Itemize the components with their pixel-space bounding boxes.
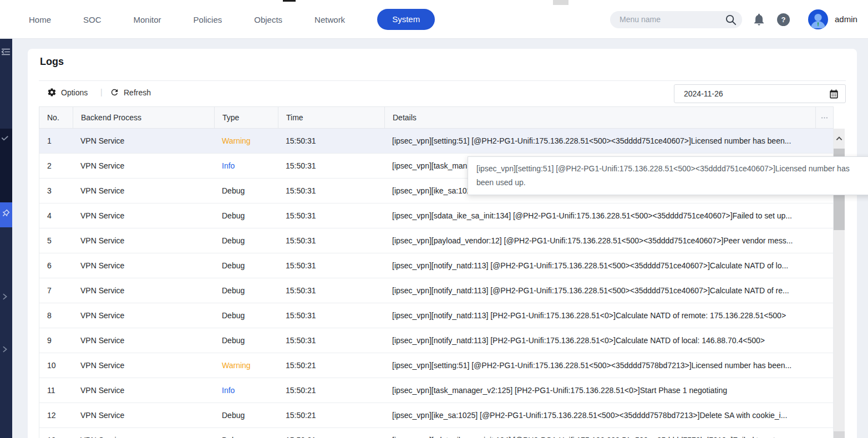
cell-time: 15:50:31: [278, 211, 384, 220]
col-header-details[interactable]: Details: [384, 107, 815, 128]
cell-time: 15:50:21: [278, 361, 384, 370]
refresh-label: Refresh: [124, 88, 151, 97]
screen-artifact: [283, 0, 296, 2]
date-picker[interactable]: 2024-11-26: [674, 84, 846, 103]
cell-details: [ipsec_vpn][task_manager_v2:125] [PH2-PG…: [384, 386, 833, 395]
cell-process: VPN Service: [73, 436, 214, 438]
cell-details: [ipsec_vpn][setting:51] [@PH2-PG1-Unifi:…: [384, 361, 833, 370]
cell-type: Debug: [214, 436, 278, 438]
cell-process: VPN Service: [73, 386, 214, 395]
refresh-button[interactable]: Refresh: [110, 88, 151, 97]
scrollbar-bottom: [834, 431, 845, 438]
cell-details: [ipsec_vpn][sdata_ike_sa_init:134] [@PH2…: [384, 436, 833, 438]
cell-process: VPN Service: [73, 411, 214, 420]
ellipsis-icon: [820, 114, 829, 122]
cell-time: 15:50:31: [278, 311, 384, 320]
calendar-icon[interactable]: [829, 89, 839, 99]
cell-details: [ipsec_vpn][payload_vendor:12] [@PH2-PG1…: [384, 236, 833, 245]
log-row[interactable]: 8 VPN Service Debug 15:50:31 [ipsec_vpn]…: [39, 303, 834, 328]
nav-item-network[interactable]: Network: [314, 15, 345, 24]
cell-no: 9: [39, 336, 73, 345]
sidebar-collapse-icon[interactable]: [1, 47, 11, 57]
log-row[interactable]: 12 VPN Service Debug 15:50:21 [ipsec_vpn…: [39, 403, 834, 428]
col-header-time[interactable]: Time: [278, 107, 384, 128]
col-header-process[interactable]: Backend Process: [73, 107, 214, 128]
log-row[interactable]: 4 VPN Service Debug 15:50:31 [ipsec_vpn]…: [39, 203, 834, 228]
refresh-icon: [110, 88, 119, 97]
cell-process: VPN Service: [73, 161, 214, 170]
cell-type: Debug: [214, 211, 278, 220]
nav-item-policies[interactable]: Policies: [194, 15, 222, 24]
cell-time: 15:50:31: [278, 136, 384, 145]
log-row[interactable]: 13 VPN Service Debug 15:50:21 [ipsec_vpn…: [39, 428, 834, 438]
screen-artifact: [553, 0, 568, 5]
cell-details: [ipsec_vpn][setting:51] [@PH2-PG1-Unifi:…: [384, 136, 833, 145]
col-header-type[interactable]: Type: [214, 107, 278, 128]
log-row[interactable]: 9 VPN Service Debug 15:50:31 [ipsec_vpn]…: [39, 328, 834, 353]
details-tooltip: [ipsec_vpn][setting:51] [@PH2-PG1-Unifi:…: [468, 156, 868, 195]
nav-item-objects[interactable]: Objects: [254, 15, 282, 24]
log-row[interactable]: 6 VPN Service Debug 15:50:31 [ipsec_vpn]…: [39, 253, 834, 278]
cell-no: 6: [39, 261, 73, 270]
notifications-bell-icon[interactable]: [752, 12, 766, 27]
cell-details: [ipsec_vpn][notify_natd:113] [@PH2-PG1-U…: [384, 261, 833, 270]
column-settings-button[interactable]: [815, 107, 833, 128]
nav-item-soc[interactable]: SOC: [83, 15, 101, 24]
chevron-right-icon[interactable]: [1, 345, 9, 353]
main-nav: HomeSOCMonitorPoliciesObjectsNetworkSyst…: [29, 0, 435, 39]
cell-type: Warning: [214, 136, 278, 145]
cell-process: VPN Service: [73, 186, 214, 195]
cell-type: Debug: [214, 236, 278, 245]
divider: [39, 80, 846, 81]
cell-no: 13: [39, 436, 73, 438]
col-header-no[interactable]: No.: [39, 107, 73, 128]
cell-type: Info: [214, 386, 278, 395]
help-icon[interactable]: ?: [777, 13, 790, 26]
cell-no: 2: [39, 161, 73, 170]
log-row[interactable]: 11 VPN Service Info 15:50:21 [ipsec_vpn]…: [39, 378, 834, 403]
pin-icon: [1, 208, 11, 218]
cell-type: Debug: [214, 411, 278, 420]
username-label[interactable]: admin: [835, 14, 857, 24]
cell-time: 15:50:31: [278, 186, 384, 195]
logs-panel: Logs Options | Refresh 2024-11-26 No. Ba…: [28, 49, 857, 438]
nav-item-system[interactable]: System: [377, 9, 435, 30]
cell-details: [ipsec_vpn][notify_natd:113] [@PH2-PG1-U…: [384, 286, 833, 295]
nav-item-home[interactable]: Home: [29, 15, 51, 24]
cell-process: VPN Service: [73, 361, 214, 370]
nav-item-monitor[interactable]: Monitor: [134, 15, 161, 24]
chevron-check-icon[interactable]: [1, 134, 9, 142]
cell-details: [ipsec_vpn][ike_sa:1025] [@PH2-PG1-Unifi…: [384, 411, 833, 420]
cell-no: 7: [39, 286, 73, 295]
menu-search: [610, 11, 742, 28]
cell-time: 15:50:31: [278, 286, 384, 295]
options-button[interactable]: Options: [47, 88, 88, 97]
log-row[interactable]: 7 VPN Service Debug 15:50:31 [ipsec_vpn]…: [39, 278, 834, 303]
log-row[interactable]: 5 VPN Service Debug 15:50:31 [ipsec_vpn]…: [39, 228, 834, 253]
cell-no: 8: [39, 311, 73, 320]
page-title: Logs: [40, 56, 64, 68]
cell-process: VPN Service: [73, 311, 214, 320]
cell-no: 1: [39, 136, 73, 145]
cell-details: [ipsec_vpn][notify_natd:113] [PH2-PG1-Un…: [384, 336, 833, 345]
cell-type: Debug: [214, 186, 278, 195]
chevron-right-icon[interactable]: [1, 293, 9, 301]
cell-time: 15:50:31: [278, 236, 384, 245]
cell-process: VPN Service: [73, 211, 214, 220]
search-icon[interactable]: [724, 13, 737, 26]
search-input[interactable]: [620, 13, 717, 26]
toolbar-separator: |: [100, 88, 103, 96]
log-row[interactable]: 1 VPN Service Warning 15:50:31 [ipsec_vp…: [39, 129, 834, 154]
scroll-up-button[interactable]: [834, 129, 845, 149]
cell-time: 15:50:31: [278, 336, 384, 345]
log-row[interactable]: 10 VPN Service Warning 15:50:21 [ipsec_v…: [39, 353, 834, 378]
cell-type: Info: [214, 161, 278, 170]
cell-type: Debug: [214, 261, 278, 270]
user-avatar[interactable]: [808, 9, 828, 29]
cell-process: VPN Service: [73, 286, 214, 295]
options-label: Options: [61, 88, 88, 97]
cell-time: 15:50:21: [278, 436, 384, 438]
cell-no: 11: [39, 386, 73, 395]
cell-process: VPN Service: [73, 136, 214, 145]
gear-icon: [47, 88, 57, 97]
